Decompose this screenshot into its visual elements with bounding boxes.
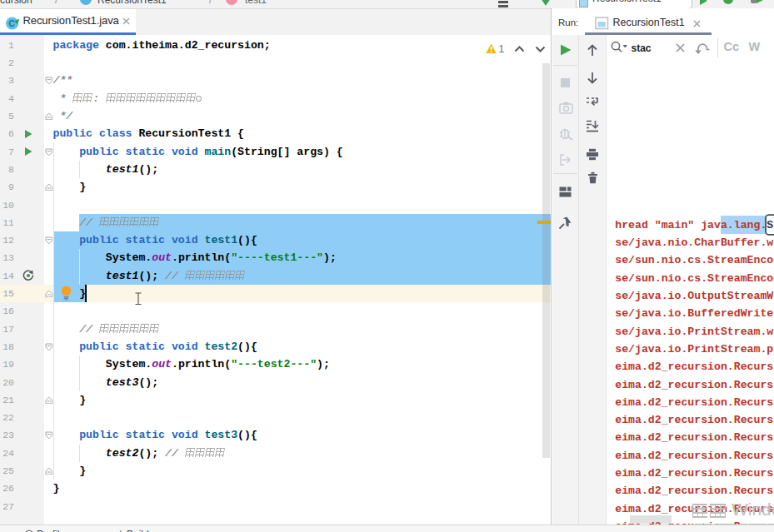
svg-text:C: C [9,19,15,28]
